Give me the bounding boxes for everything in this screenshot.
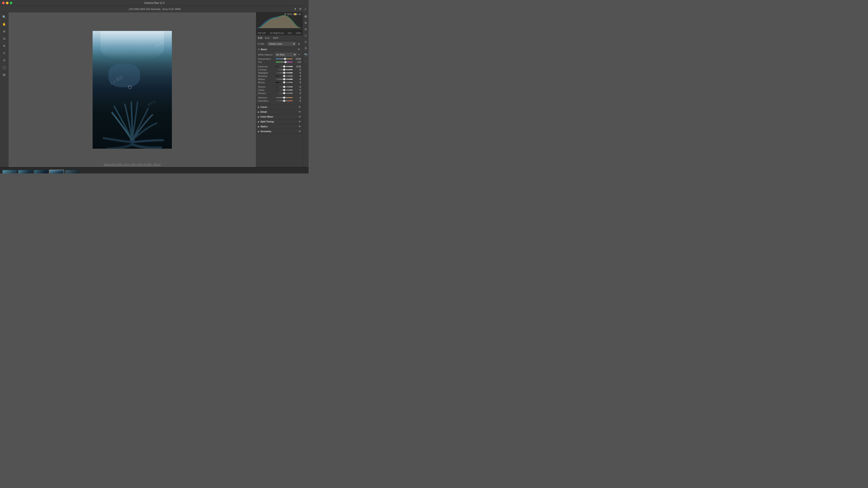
auto-button[interactable]: Auto — [264, 36, 271, 39]
brush-tool[interactable]: ⊘ — [1, 57, 7, 63]
white-balance-select[interactable]: As Shot Auto Daylight Cloudy Custom — [275, 53, 297, 57]
clarity-row: Clarity 0 — [258, 89, 301, 91]
settings-icon[interactable]: ⚙ — [299, 7, 302, 10]
blacks-label: Blacks — [258, 81, 275, 84]
color-mixer-section[interactable]: ▶ Color Mixer 👁 — [256, 115, 303, 119]
redeye-tool[interactable]: ⊙ — [1, 50, 7, 56]
clarity-value[interactable]: 0 — [293, 89, 301, 91]
wb-tool[interactable]: ⊕ — [1, 28, 7, 34]
highlights-slider[interactable] — [276, 72, 293, 73]
vibrance-slider[interactable] — [276, 97, 293, 98]
healing-panel-icon[interactable]: ⊛ — [304, 27, 308, 31]
bw-button[interactable]: B&W — [272, 36, 279, 39]
crop-panel-icon[interactable]: ⊞ — [304, 20, 308, 25]
left-toolbar: 🔍 ✋ ⊕ ⊟ ⊛ ⊙ ⊘ ◯ ▤ — [0, 12, 8, 167]
vibrance-value[interactable]: 0 — [293, 96, 301, 99]
exposure-slider[interactable] — [276, 66, 293, 67]
color-mixer-eye-icon[interactable]: 👁 — [299, 116, 301, 118]
detail-label: Detail — [260, 110, 299, 113]
crop-tool[interactable]: ⊟ — [1, 36, 7, 41]
hand-tool[interactable]: ✋ — [1, 21, 7, 27]
shadows-slider[interactable] — [276, 76, 293, 76]
histogram-values: R: 24 G: 32 B: 42 — [285, 13, 301, 15]
whites-slider[interactable] — [276, 79, 293, 79]
dehaze-slider[interactable] — [276, 93, 293, 94]
whites-value[interactable]: 0 — [293, 78, 301, 80]
basic-section-header[interactable]: ▼ Basic 👁 — [256, 47, 303, 52]
temperature-row: Temperature 5100 — [258, 58, 301, 60]
tint-slider[interactable] — [276, 62, 293, 63]
filmstrip-thumb-4[interactable] — [49, 170, 64, 174]
texture-slider[interactable] — [276, 87, 293, 87]
titlebar: Camera Raw 12.3 — [0, 0, 309, 6]
eyedropper-button[interactable]: ✎ — [297, 53, 301, 57]
shadows-value[interactable]: 0 — [293, 75, 301, 77]
detail-eye-icon[interactable]: 👁 — [299, 110, 301, 113]
dehaze-value[interactable]: 0 — [293, 92, 301, 94]
iso-info: ISO 100 — [258, 32, 266, 34]
saturation-slider[interactable] — [276, 100, 293, 101]
filmstrip-thumb-2[interactable] — [18, 170, 33, 174]
temperature-value[interactable]: 5100 — [293, 58, 301, 60]
color-mixer-arrow: ▶ — [258, 116, 259, 118]
tint-value[interactable]: +13 — [293, 61, 301, 63]
filmstrip-thumb-1[interactable] — [2, 170, 17, 174]
share-icon[interactable]: ⬆ — [294, 7, 297, 10]
clarity-slider[interactable] — [276, 90, 293, 91]
contrast-value[interactable]: 0 — [293, 68, 301, 71]
geometry-eye-icon[interactable]: 👁 — [299, 130, 301, 133]
optics-section[interactable]: ▶ Optics 👁 — [256, 124, 303, 129]
fullscreen-button[interactable] — [10, 2, 12, 4]
optics-eye-icon[interactable]: 👁 — [299, 125, 301, 128]
main-image-container: RRCG 人人素材 RRCG — [93, 31, 172, 149]
split-toning-eye-icon[interactable]: 👁 — [299, 120, 301, 123]
edit-label: Edit — [258, 36, 262, 39]
highlights-value[interactable]: 0 — [293, 72, 301, 74]
dehaze-label: Dehaze — [258, 92, 275, 94]
shutter-info: 1/25s — [296, 32, 301, 34]
tint-row: Tint +13 — [258, 61, 301, 63]
edit-panel-icon[interactable]: ⊟ — [304, 14, 308, 19]
blacks-value[interactable]: 0 — [293, 81, 301, 84]
presets-panel-icon[interactable]: ☰ — [304, 46, 308, 51]
curve-section[interactable]: ▶ Curve 👁 — [256, 105, 303, 109]
curve-eye-icon[interactable]: 👁 — [299, 106, 301, 108]
whites-row: Whites 0 — [258, 78, 301, 80]
close-button[interactable] — [2, 2, 5, 4]
texture-value[interactable]: 0 — [293, 86, 301, 88]
profile-grid-button[interactable]: ⊞ — [297, 42, 301, 46]
basic-controls: White balance As Shot Auto Daylight Clou… — [256, 52, 303, 104]
geometry-section[interactable]: ▶ Geometry 👁 — [256, 129, 303, 134]
expand-icon[interactable]: ⤢ — [304, 7, 306, 10]
basic-eye-icon[interactable]: 👁 — [298, 48, 300, 51]
exposure-label: Exposure — [258, 65, 275, 68]
redeye-panel-icon[interactable]: ⊙ — [304, 39, 308, 44]
zoom-tool[interactable]: 🔍 — [1, 14, 7, 20]
file-info-bar[interactable]: Adobe RGB (1998) - 16 bit - 5304 x 7952 … — [104, 164, 161, 166]
minimize-button[interactable] — [6, 2, 8, 4]
split-toning-label: Split Toning — [260, 120, 299, 123]
snapshots-panel-icon[interactable]: 📷 — [304, 52, 308, 57]
basic-section-title: Basic — [261, 48, 298, 51]
temperature-slider[interactable] — [276, 59, 293, 59]
filmstrip-thumb-3[interactable] — [33, 170, 48, 174]
split-toning-section[interactable]: ▶ Split Toning 👁 — [256, 119, 303, 124]
canvas-area[interactable]: RRCG 人人素材 RRCG Adobe RGB (1998) - 16 bit… — [8, 12, 256, 167]
profile-select[interactable]: Adobe Color Adobe Landscape Adobe Portra… — [267, 42, 296, 46]
filmstrip-thumb-5[interactable] — [65, 170, 80, 174]
contrast-slider[interactable] — [276, 69, 293, 70]
mask-panel-icon[interactable]: ◻ — [304, 33, 308, 38]
blacks-slider[interactable] — [276, 82, 293, 83]
grad-tool[interactable]: ▤ — [1, 72, 7, 77]
histogram: R: 24 G: 32 B: 42 — [256, 12, 303, 31]
more-panel-icon[interactable]: ··· — [304, 59, 308, 63]
aperture-info: f/16 — [288, 32, 291, 34]
detail-section[interactable]: ▶ Detail 👁 — [256, 109, 303, 115]
shadows-label: Shadows — [258, 75, 275, 77]
vibrance-row: Vibrance 0 — [258, 96, 301, 99]
radial-tool[interactable]: ◯ — [1, 64, 7, 70]
heal-tool[interactable]: ⊛ — [1, 43, 7, 49]
saturation-value[interactable]: 0 — [293, 100, 301, 102]
exposure-value[interactable]: 0.00 — [293, 65, 301, 68]
camera-info: ISO 100 16-35@16 mm f/16 1/25s — [256, 31, 303, 35]
